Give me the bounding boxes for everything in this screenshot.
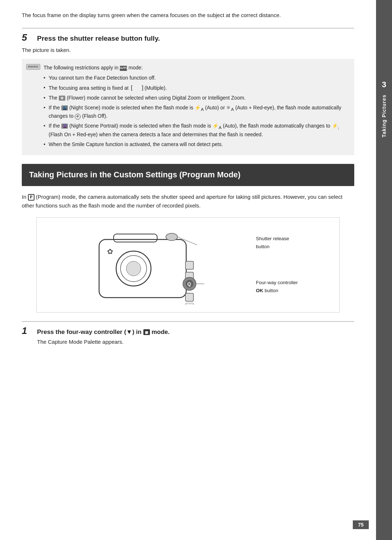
section5-title: Press the shutter release button fully. [37, 35, 160, 43]
svg-rect-7 [185, 261, 193, 269]
dark-section-title: Taking Pictures in the Custom Settings (… [29, 170, 347, 180]
shutter-label: Shutter release [256, 235, 332, 242]
svg-rect-12 [185, 293, 193, 301]
auto-pict-icon: AUTO [120, 66, 127, 71]
memo-box: memo The following restrictions apply in… [22, 59, 354, 155]
intro-text: The focus frame on the display turns gre… [22, 11, 354, 19]
ok-label: OK button [256, 287, 332, 294]
four-way-label-item: Four-way controller OK button [256, 279, 332, 294]
right-tab-text: Taking Pictures [381, 94, 387, 137]
svg-line-14 [177, 237, 197, 245]
memo-item-3: The ✿ (Flower) mode cannot be selected w… [44, 94, 348, 102]
step1-heading: 1 Press the four-way controller (▼) in ▣… [22, 321, 354, 337]
memo-item-2: The focusing area setting is fixed at [ … [44, 84, 348, 92]
svg-point-4 [126, 261, 141, 276]
svg-rect-13 [185, 303, 193, 305]
step1-number: 1 [22, 325, 32, 337]
svg-rect-1 [114, 234, 157, 242]
camera-mode-icon: ▣ [143, 329, 150, 335]
dark-section: Taking Pictures in the Custom Settings (… [22, 164, 354, 186]
memo-label: memo [26, 64, 40, 70]
camera-svg-area: ✿ Q [44, 225, 252, 305]
flower-icon: ✿ [59, 96, 65, 101]
page-number: 75 [353, 520, 369, 529]
night-portrait-icon: 🌆 [61, 124, 68, 129]
step1-subtitle: The Capture Mode Palette appears. [37, 339, 354, 345]
memo-list: You cannot turn the Face Detection funct… [44, 74, 348, 148]
main-content: The focus frame on the display turns gre… [0, 0, 376, 540]
night-scene-icon: 🌃 [61, 105, 68, 110]
memo-item-4: If the 🌃 (Night Scene) mode is selected … [44, 104, 348, 121]
right-tab: 3 Taking Pictures [376, 0, 392, 540]
right-tab-number: 3 [382, 80, 386, 89]
program-icon: P [28, 194, 34, 201]
memo-item-5: If the 🌆 (Night Scene Portrait) mode is … [44, 122, 348, 139]
camera-svg: ✿ Q [92, 225, 204, 305]
step1-title: Press the four-way controller (▼) in ▣ m… [37, 329, 170, 336]
labels-area: Shutter release button Four-way controll… [252, 235, 332, 294]
program-desc: In P (Program) mode, the camera automati… [22, 193, 354, 210]
memo-item-1: You cannot turn the Face Detection funct… [44, 74, 348, 82]
svg-text:Q: Q [187, 281, 191, 287]
svg-point-6 [166, 233, 177, 241]
shutter-label2: button [256, 243, 332, 250]
svg-text:✿: ✿ [107, 247, 113, 255]
bracket-icon: [ ] [130, 84, 143, 92]
camera-diagram-box: ✿ Q [36, 217, 340, 313]
page-container: The focus frame on the display turns gre… [0, 0, 392, 540]
section5-number: 5 [22, 32, 32, 43]
memo-item-6: When the Smile Capture function is activ… [44, 141, 348, 149]
section5-subtitle: The picture is taken. [22, 47, 354, 53]
memo-first-line: The following restrictions apply in AUTO… [44, 64, 348, 72]
shutter-label-item: Shutter release button [256, 235, 332, 250]
four-way-label: Four-way controller [256, 279, 332, 286]
flash-off-icon: ⊕ [75, 114, 81, 120]
section5-heading: 5 Press the shutter release button fully… [22, 28, 354, 43]
